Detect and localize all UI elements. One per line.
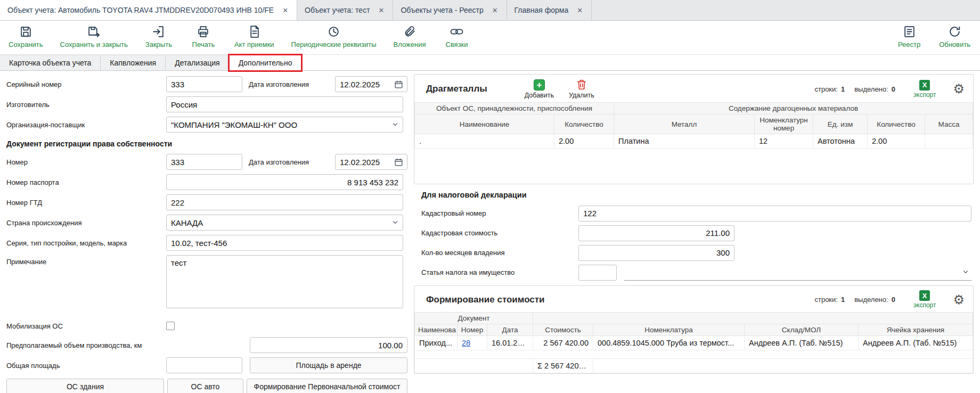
cell-qty2[interactable]: 2.00 <box>868 134 925 149</box>
save-button[interactable]: Сохранить <box>9 24 43 48</box>
col-header-qty2[interactable]: Количество <box>868 114 925 134</box>
origin-country-label: Страна происхождения <box>6 219 166 227</box>
note-textarea[interactable]: тест <box>166 255 403 308</box>
chevron-down-icon[interactable] <box>962 268 969 276</box>
window-tab-main-form[interactable]: Главная форма ✕ <box>507 0 592 20</box>
registry-button[interactable]: Реестр <box>895 24 923 48</box>
cell-metal[interactable]: Платина <box>614 134 755 149</box>
col-header-number[interactable]: Номер <box>458 324 487 336</box>
close-tab-icon[interactable]: ✕ <box>491 6 499 14</box>
acceptance-act-button[interactable]: Акт приемки <box>234 24 274 48</box>
origin-country-select[interactable]: КАНАДА <box>166 215 403 231</box>
ownership-months-input[interactable] <box>578 245 734 261</box>
table-row[interactable]: Приход... 28 16.01.2025 2 567 420.00 000… <box>415 336 973 350</box>
cell-cost[interactable]: 2 567 420.00 <box>533 336 593 350</box>
serial-number-input[interactable] <box>166 76 242 92</box>
doc-date-input[interactable]: 12.02.2025 <box>335 154 407 170</box>
cell-storage-cell[interactable]: Андреев А.П. (Таб. №515) <box>859 336 973 350</box>
col-header-unit[interactable]: Ед. изм <box>813 114 868 134</box>
cell-nomenclature-number[interactable]: 12 <box>755 134 813 149</box>
grid-settings-gear-icon[interactable]: ⚙ <box>953 293 965 306</box>
production-volume-input[interactable] <box>250 337 407 353</box>
tab-label: Капвложения <box>110 59 156 67</box>
col-header-metal[interactable]: Металл <box>614 114 755 134</box>
tab-capex[interactable]: Капвложения <box>101 55 166 70</box>
gtd-number-input[interactable] <box>166 194 403 210</box>
delete-label: Удалить <box>569 92 594 99</box>
rent-area-button[interactable]: Площадь в аренде <box>250 357 407 373</box>
tab-detail[interactable]: Детализация <box>166 55 229 70</box>
cell-doc-number[interactable]: 28 <box>458 336 487 350</box>
document-number-link[interactable]: 28 <box>462 339 470 347</box>
passport-number-input[interactable] <box>166 174 403 190</box>
window-tab-object-test[interactable]: Объект учета: тест ✕ <box>297 0 393 20</box>
cell-qty[interactable]: 2.00 <box>554 134 614 149</box>
document-icon <box>248 24 261 38</box>
table-row[interactable]: . 2.00 Платина 12 Автотонна 2.00 <box>415 134 973 149</box>
note-row: Примечание тест <box>6 253 407 313</box>
supplier-row: Организация-поставщик "КОМПАНИЯ "ЭКОМАШ-… <box>6 114 407 135</box>
calendar-icon[interactable] <box>394 158 403 167</box>
mobilization-checkbox[interactable] <box>166 322 175 330</box>
col-header-name[interactable]: Наименова <box>415 324 458 336</box>
initial-cost-formation-button[interactable]: Формирование Первоначальной стоимост <box>247 379 407 393</box>
close-button[interactable]: Закрыть <box>145 24 173 48</box>
col-header-mass[interactable]: Масса <box>925 114 973 134</box>
print-button[interactable]: Печать <box>190 24 217 48</box>
links-button[interactable]: Связки <box>443 24 471 48</box>
close-tab-icon[interactable]: ✕ <box>378 6 386 14</box>
supplier-label: Организация-поставщик <box>6 121 166 129</box>
window-tab-registry[interactable]: Объекты учета - Реестр ✕ <box>393 0 507 20</box>
tab-label: Детализация <box>175 59 219 67</box>
col-header-cost[interactable]: Стоимость <box>533 324 593 336</box>
col-header-name[interactable]: Наименование <box>415 114 554 134</box>
manufacturer-input[interactable] <box>166 96 403 112</box>
ownership-months-label: Кол-во месяцев владения <box>421 249 578 257</box>
os-buildings-button[interactable]: ОС здания <box>6 379 164 393</box>
attachments-button[interactable]: Вложения <box>394 24 426 48</box>
cell-doc-name[interactable]: Приход... <box>415 336 458 350</box>
total-area-input[interactable] <box>166 357 242 373</box>
refresh-button[interactable]: Обновить <box>939 24 970 48</box>
refresh-label: Обновить <box>939 40 970 48</box>
close-tab-icon[interactable]: ✕ <box>281 6 289 14</box>
property-tax-article-lookup[interactable] <box>624 265 971 281</box>
periodic-details-button[interactable]: Периодические реквизиты <box>291 24 377 48</box>
group-header-row: Объект ОС, принадлежности, приспособлени… <box>415 103 973 114</box>
tab-additional[interactable]: Дополнительно <box>230 55 302 70</box>
supplier-select[interactable]: "КОМПАНИЯ "ЭКОМАШ-КН" ООО <box>166 117 403 133</box>
doc-number-input[interactable] <box>166 154 242 170</box>
manufacture-date-input[interactable]: 12.02.2025 <box>335 76 407 92</box>
cell-name[interactable]: . <box>415 134 554 149</box>
col-header-qty[interactable]: Количество <box>554 114 614 134</box>
col-header-storage-cell[interactable]: Ячейка хранения <box>859 324 973 336</box>
window-tab-object-rav4[interactable]: Объект учета: Автомобиль TOYOTA RAV4 JTM… <box>0 0 297 20</box>
col-header-nomenclature-number[interactable]: Номенклатурн номер <box>755 114 813 134</box>
grid-settings-gear-icon[interactable]: ⚙ <box>953 83 965 95</box>
save-and-close-button[interactable]: Сохранить и закрыть <box>60 24 128 48</box>
export-excel-button[interactable]: X экспорт <box>913 80 936 99</box>
cell-doc-date[interactable]: 16.01.2025 <box>487 336 533 350</box>
cell-warehouse[interactable]: Андреев А.П. (Таб. №515) <box>745 336 859 350</box>
series-model-input[interactable] <box>166 235 403 251</box>
col-header-nomenclature[interactable]: Номенклатура <box>593 324 745 336</box>
chevron-down-icon[interactable] <box>391 219 399 226</box>
cadastral-number-input[interactable] <box>578 206 971 222</box>
cell-nomenclature[interactable]: 000.4859.1045.000 Труба из термост... <box>593 336 745 350</box>
delete-row-button[interactable]: Удалить <box>569 79 594 99</box>
chevron-down-icon[interactable] <box>391 121 399 128</box>
cell-mass[interactable] <box>925 134 973 149</box>
os-buildings-label: ОС здания <box>67 382 104 391</box>
col-header-warehouse[interactable]: Склад/МОЛ <box>745 324 859 336</box>
calendar-icon[interactable] <box>394 80 403 89</box>
tab-object-card[interactable]: Карточка объекта учета <box>0 55 101 70</box>
export-excel-button[interactable]: X экспорт <box>913 290 936 309</box>
property-tax-article-code-input[interactable] <box>578 265 617 281</box>
add-row-button[interactable]: + Добавить <box>525 79 554 99</box>
os-auto-button[interactable]: ОС авто <box>167 379 243 393</box>
series-model-row: Серия, тип постройки, модель, марка <box>6 233 407 253</box>
col-header-date[interactable]: Дата <box>487 324 533 336</box>
close-tab-icon[interactable]: ✕ <box>576 6 584 14</box>
cell-unit[interactable]: Автотонна <box>813 134 868 149</box>
cadastral-cost-input[interactable] <box>578 225 734 241</box>
